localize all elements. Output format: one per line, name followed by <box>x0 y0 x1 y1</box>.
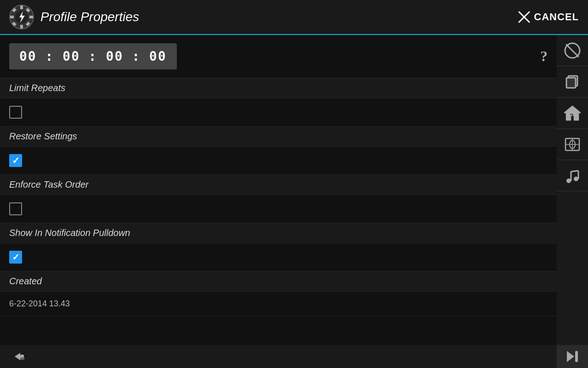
svg-marker-33 <box>567 351 574 362</box>
help-button[interactable]: ? <box>540 48 548 65</box>
enforce-task-order-control <box>0 195 557 223</box>
timer-section: 00 : 00 : 00 : 00 ? <box>0 35 557 78</box>
skip-forward-icon <box>565 349 580 364</box>
restore-settings-control <box>0 147 557 175</box>
restore-settings-label: Restore Settings <box>0 126 557 147</box>
svg-line-28 <box>571 171 578 172</box>
back-button[interactable] <box>7 350 26 363</box>
home-icon-button[interactable]: ? <box>557 98 588 129</box>
created-label: Created <box>0 271 557 292</box>
restore-settings-checkbox[interactable] <box>9 154 22 167</box>
block-icon-button[interactable] <box>557 35 588 66</box>
show-notification-label: Show In Notification Pulldown <box>0 223 557 243</box>
show-notification-checkbox[interactable] <box>9 251 22 264</box>
copy-icon <box>564 73 581 91</box>
app-logo-icon <box>9 5 34 29</box>
music-icon <box>564 167 581 184</box>
bottom-nav <box>0 345 557 368</box>
enforce-task-order-label: Enforce Task Order <box>0 175 557 195</box>
page-title: Profile Properties <box>40 10 139 24</box>
svg-rect-4 <box>29 16 33 18</box>
svg-rect-16 <box>566 78 576 88</box>
cancel-label: CANCEL <box>534 11 579 23</box>
svg-rect-2 <box>20 25 23 29</box>
copy-icon-button[interactable] <box>557 66 588 98</box>
enforce-task-order-checkbox[interactable] <box>9 202 22 215</box>
main-content: 00 : 00 : 00 : 00 ? Limit Repeats Restor… <box>0 35 588 368</box>
limit-repeats-checkbox[interactable] <box>9 106 22 119</box>
cancel-x-icon <box>518 11 530 23</box>
music-icon-button[interactable] <box>557 160 588 191</box>
limit-repeats-control <box>0 98 557 126</box>
svg-point-32 <box>22 357 24 360</box>
created-value: 6-22-2014 13.43 <box>0 292 557 316</box>
header-left: Profile Properties <box>9 5 139 29</box>
skip-forward-button[interactable] <box>557 345 588 368</box>
cancel-button[interactable]: CANCEL <box>518 11 579 23</box>
back-icon <box>7 350 26 363</box>
home-icon: ? <box>564 104 581 122</box>
header: Profile Properties CANCEL <box>0 0 588 35</box>
svg-rect-1 <box>20 6 23 9</box>
svg-rect-3 <box>10 16 14 18</box>
block-icon <box>564 42 581 59</box>
map-icon <box>564 136 581 153</box>
right-sidebar: ? <box>557 35 588 368</box>
content-area: 00 : 00 : 00 : 00 ? Limit Repeats Restor… <box>0 35 557 368</box>
svg-line-14 <box>566 45 578 57</box>
svg-marker-29 <box>15 353 20 360</box>
show-notification-control <box>0 243 557 271</box>
map-icon-button[interactable] <box>557 129 588 160</box>
svg-text:?: ? <box>570 112 574 120</box>
svg-rect-34 <box>575 351 578 362</box>
limit-repeats-label: Limit Repeats <box>0 78 557 98</box>
timer-display[interactable]: 00 : 00 : 00 : 00 <box>9 43 177 69</box>
